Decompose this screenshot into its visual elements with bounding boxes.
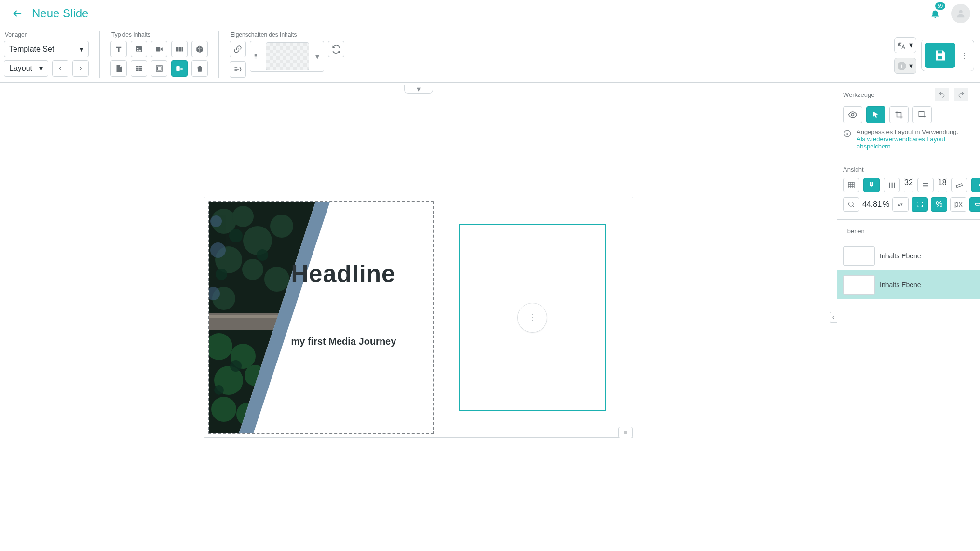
text-headline[interactable]: Headline <box>291 260 395 288</box>
group-label-properties: Eigenschaften des Inhalts <box>230 31 344 38</box>
layout-select[interactable]: Layout ▾ <box>4 60 48 77</box>
type-image-button[interactable] <box>131 41 147 57</box>
panel-title-tools: Werkzeuge <box>843 91 875 98</box>
slide[interactable]: Headline my first Media Journey ⋮ <box>204 197 633 438</box>
redo-button[interactable] <box>954 88 968 101</box>
caret-down-icon: ▾ <box>39 64 43 73</box>
tool-preview[interactable] <box>843 106 862 123</box>
layer-item[interactable]: Inhalts Ebene <box>837 242 980 270</box>
type-frame-button[interactable] <box>151 60 167 77</box>
type-gallery-button[interactable] <box>171 41 188 57</box>
user-avatar[interactable] <box>951 4 970 23</box>
grid-toggle[interactable] <box>843 178 859 192</box>
prev-layout-button[interactable]: ‹ <box>52 60 68 77</box>
content-placeholder-menu[interactable]: ⋮ <box>517 303 547 333</box>
svg-rect-15 <box>255 57 257 57</box>
group-label-content-type: Typ des Inhalts <box>110 31 208 38</box>
crop-icon <box>895 110 903 119</box>
columns-icon <box>888 181 896 189</box>
layout-note-text: Angepasstes Layout in Verwendung. <box>857 128 958 135</box>
delete-button[interactable] <box>191 60 208 77</box>
translate-icon <box>898 41 906 50</box>
spacing-input[interactable]: 18 <box>938 178 947 192</box>
language-picker[interactable]: ▾ <box>894 37 916 53</box>
snap-toggle[interactable] <box>863 178 880 192</box>
link-button[interactable] <box>230 41 246 57</box>
resize-handle-bottom-right[interactable] <box>618 427 633 438</box>
save-layout-link[interactable]: Als wiederverwendbares Layout abspeicher… <box>857 135 945 150</box>
pdf-icon <box>114 64 123 73</box>
undo-button[interactable] <box>935 88 949 101</box>
type-text-button[interactable] <box>110 41 127 57</box>
columns-width-button[interactable] <box>884 178 900 192</box>
template-set-select[interactable]: Template Set ▾ <box>4 41 89 57</box>
layout-select-value: Layout <box>9 64 32 73</box>
paste-button[interactable] <box>230 61 246 78</box>
fit-screen-button[interactable] <box>912 197 928 212</box>
overflow-toggle[interactable] <box>969 197 980 212</box>
content-thumbnail-picker[interactable]: ▾ <box>250 41 324 72</box>
info-icon: i <box>898 62 906 70</box>
align-right-icon <box>233 65 242 74</box>
svg-point-50 <box>849 202 853 206</box>
panel-title-layers: Ebenen <box>837 228 980 235</box>
collapse-toolbar-toggle[interactable]: ▾ <box>404 85 433 94</box>
spacing-button[interactable] <box>917 178 934 192</box>
info-dropdown[interactable]: i ▾ <box>894 58 916 74</box>
fullscreen-icon <box>916 201 924 208</box>
type-3d-button[interactable] <box>191 41 208 57</box>
thumb-mini-toggle[interactable] <box>252 52 262 61</box>
percent-icon: % <box>936 200 942 209</box>
content-panel-right[interactable]: ⋮ <box>459 224 606 411</box>
percent-button[interactable]: % <box>931 197 947 212</box>
canvas-area[interactable]: ▾ ‹ <box>0 83 837 551</box>
layer-thumbnail <box>843 246 875 266</box>
header-bar: Neue Slide 59 <box>0 0 980 28</box>
chevron-left-icon: ‹ <box>832 313 835 322</box>
sync-button[interactable] <box>328 41 344 57</box>
video-icon <box>155 45 163 54</box>
svg-point-39 <box>230 360 242 372</box>
text-subheadline[interactable]: my first Media Journey <box>291 336 396 347</box>
unit-button[interactable]: px <box>950 197 966 212</box>
ellipsis-vertical-icon: ⋮ <box>529 313 536 322</box>
svg-point-0 <box>959 10 962 13</box>
more-menu[interactable]: ⋮ <box>958 51 971 60</box>
notifications-button[interactable]: 59 <box>927 5 943 22</box>
link-icon <box>233 45 242 54</box>
toolbar: Vorlagen Template Set ▾ Layout ▾ ‹ › Typ… <box>0 28 980 83</box>
group-label-vorlagen: Vorlagen <box>4 31 89 38</box>
tool-add-frame[interactable] <box>912 106 932 123</box>
caret-down-icon: ▾ <box>80 45 83 54</box>
back-button[interactable] <box>9 5 26 22</box>
layer-thumbnail <box>843 275 875 295</box>
next-layout-button[interactable]: › <box>72 60 89 77</box>
search-icon <box>847 201 855 208</box>
chevron-down-icon: ▾ <box>417 84 421 94</box>
stage: Headline my first Media Journey ⋮ <box>0 83 837 551</box>
guides-toggle[interactable] <box>971 178 980 192</box>
svg-point-27 <box>242 259 263 280</box>
svg-rect-16 <box>255 58 257 58</box>
image-icon <box>135 45 143 54</box>
zoom-search[interactable] <box>843 197 859 212</box>
type-video-button[interactable] <box>151 41 167 57</box>
layer-name: Inhalts Ebene <box>880 281 921 289</box>
content-panel-left[interactable]: Headline my first Media Journey <box>208 201 434 434</box>
layer-item[interactable]: Inhalts Ebene <box>837 270 980 299</box>
panel-title-view: Ansicht <box>837 166 980 173</box>
type-card-button[interactable] <box>171 60 188 77</box>
tool-select[interactable] <box>866 106 885 123</box>
tool-crop[interactable] <box>889 106 909 123</box>
zoom-stepper[interactable]: ▴▾ <box>892 197 909 212</box>
svg-rect-13 <box>180 69 183 70</box>
cube-icon <box>195 45 204 54</box>
type-pdf-button[interactable] <box>110 60 127 77</box>
svg-rect-17 <box>938 56 942 59</box>
type-table-button[interactable] <box>131 60 147 77</box>
magnet-icon <box>868 181 875 189</box>
grid-size-input[interactable]: 32 <box>904 178 913 192</box>
save-button[interactable] <box>925 43 955 68</box>
ruler-toggle[interactable] <box>951 178 967 192</box>
side-drawer-handle-right[interactable]: ‹ <box>830 312 837 323</box>
